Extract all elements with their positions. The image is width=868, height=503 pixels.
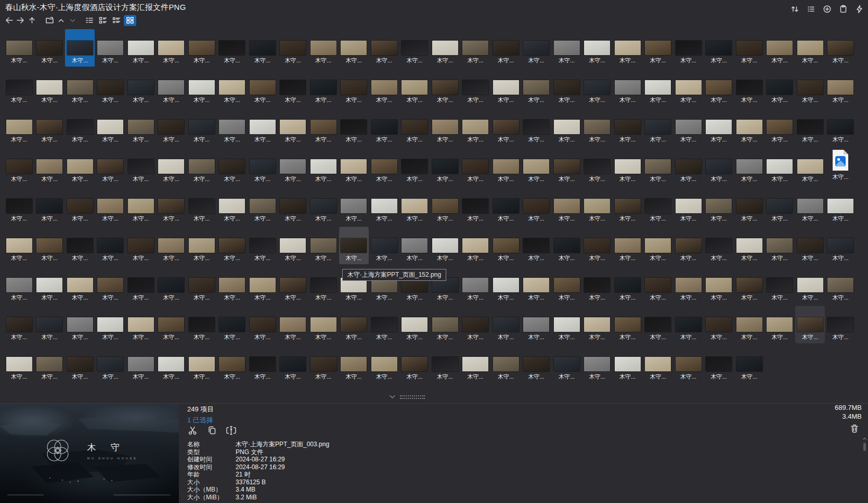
file-item[interactable]: 木守... [461, 306, 490, 343]
file-item[interactable]: 木守... [613, 306, 642, 343]
file-item[interactable]: 木守... [308, 29, 338, 67]
file-item[interactable]: 木守... [35, 227, 64, 264]
file-item[interactable]: 木守... [826, 306, 856, 343]
file-item[interactable]: 木守... [826, 29, 856, 67]
file-item[interactable]: 木守... [826, 108, 856, 146]
clipboard-icon[interactable] [838, 4, 848, 14]
file-item[interactable]: 木守... [552, 266, 581, 304]
file-item[interactable]: 木守... [65, 69, 95, 106]
file-item[interactable]: 木守... [308, 187, 338, 225]
file-item[interactable]: 木守... [217, 108, 247, 146]
file-item[interactable]: 木守... [430, 69, 460, 106]
file-item[interactable]: 木守... [704, 306, 734, 343]
file-item[interactable]: 木守... [522, 227, 551, 264]
file-item[interactable]: 木守... [217, 227, 247, 264]
file-item[interactable]: 木守... [157, 187, 186, 225]
file-item[interactable]: 木守... [522, 69, 551, 106]
file-item[interactable]: 木守... [734, 148, 764, 185]
file-item[interactable]: 木守... [673, 108, 703, 146]
file-item[interactable]: 木守... [522, 148, 551, 185]
file-item[interactable]: 木守... [278, 227, 308, 264]
file-item[interactable]: 木守... [65, 266, 95, 304]
file-item[interactable]: 木守... [339, 148, 369, 185]
file-item[interactable]: 木守... [248, 148, 277, 185]
file-item[interactable]: 木守... [552, 306, 581, 343]
file-item[interactable]: 木守... [826, 148, 856, 185]
file-item[interactable]: 木守... [613, 108, 642, 146]
file-item[interactable]: 木守... [126, 345, 156, 383]
file-item[interactable]: 木守... [126, 148, 156, 185]
file-item[interactable]: 木守... [613, 29, 642, 67]
file-item[interactable]: 木守... [157, 227, 186, 264]
add-circle-icon[interactable] [822, 4, 832, 14]
file-item[interactable]: 木守... [217, 266, 247, 304]
file-item[interactable]: 木守... [248, 345, 277, 383]
file-item[interactable]: 木守... [430, 148, 460, 185]
file-item[interactable]: 木守... [582, 69, 612, 106]
file-item[interactable]: 木守... [734, 29, 764, 67]
scroll-up-icon[interactable] [862, 436, 867, 441]
file-item[interactable]: 木守... [582, 345, 612, 383]
file-item[interactable]: 木守... [704, 108, 734, 146]
chevron-down-icon[interactable] [67, 15, 78, 25]
file-item[interactable]: 木守... [96, 306, 125, 343]
file-item[interactable]: 木守... [522, 108, 551, 146]
file-item[interactable]: 木守... [522, 29, 551, 67]
file-item[interactable]: 木守... [491, 227, 521, 264]
file-item[interactable]: 木守... [461, 187, 490, 225]
file-item[interactable]: 木守... [187, 345, 216, 383]
file-item[interactable]: 木守... [369, 187, 399, 225]
file-item[interactable]: 木守... [461, 29, 490, 67]
file-item[interactable]: 木守... [643, 69, 673, 106]
folder-icon[interactable] [44, 15, 55, 25]
file-item[interactable]: 木守... [4, 306, 34, 343]
file-item[interactable]: 木守... [157, 266, 186, 304]
cut-icon[interactable] [186, 424, 199, 436]
rename-icon[interactable] [225, 424, 237, 436]
file-item[interactable]: 木守... [248, 69, 277, 106]
file-item[interactable]: 木守... [552, 29, 581, 67]
content-view-icon[interactable] [110, 15, 123, 26]
file-item[interactable]: 木守... [339, 345, 369, 383]
file-item[interactable]: 木守... [339, 187, 369, 225]
file-item[interactable]: 木守... [643, 108, 673, 146]
file-item[interactable]: 木守... [278, 148, 308, 185]
file-item[interactable]: 木守... [400, 29, 430, 67]
file-item[interactable]: 木守... [704, 266, 734, 304]
file-item[interactable]: 木守... [369, 306, 399, 343]
file-item[interactable]: 木守... [308, 227, 338, 264]
file-item[interactable]: 木守... [339, 108, 369, 146]
file-item[interactable]: 木守... [734, 306, 764, 343]
file-item[interactable]: 木守... [369, 108, 399, 146]
file-item[interactable]: 木守... [795, 187, 825, 225]
file-item[interactable]: 木守... [430, 345, 460, 383]
file-item[interactable]: 木守... [217, 29, 247, 67]
file-item[interactable]: 木守... [157, 148, 186, 185]
file-item[interactable]: 木守... [65, 108, 95, 146]
file-item[interactable]: 木守... [126, 108, 156, 146]
file-item[interactable]: 木守... [4, 187, 34, 225]
copy-icon[interactable] [205, 424, 218, 436]
file-item[interactable]: 木守... [248, 108, 277, 146]
file-item[interactable]: 木守... [35, 148, 64, 185]
file-item[interactable]: 木守... [369, 69, 399, 106]
file-item[interactable]: 木守... [400, 69, 430, 106]
file-item[interactable]: 木守... [643, 345, 673, 383]
file-item[interactable]: 木守... [491, 69, 521, 106]
file-item[interactable]: 木守... [187, 227, 216, 264]
file-item[interactable]: 木守... [4, 29, 34, 67]
file-item[interactable]: 木守... [35, 266, 64, 304]
file-item[interactable]: 木守... [643, 266, 673, 304]
file-item[interactable]: 木守... [704, 227, 734, 264]
file-item[interactable]: 木守... [217, 306, 247, 343]
file-item[interactable]: 木守... [187, 187, 216, 225]
file-item[interactable]: 木守... [35, 306, 64, 343]
file-item[interactable]: 木守... [157, 306, 186, 343]
file-item[interactable]: 木守... [491, 187, 521, 225]
file-item[interactable]: 木守... [96, 108, 125, 146]
file-item[interactable]: 木守... [96, 148, 125, 185]
file-item[interactable]: 木守... [491, 29, 521, 67]
file-item[interactable]: 木守... [308, 306, 338, 343]
file-item[interactable]: 木守... [339, 306, 369, 343]
file-item[interactable]: 木守... [217, 69, 247, 106]
